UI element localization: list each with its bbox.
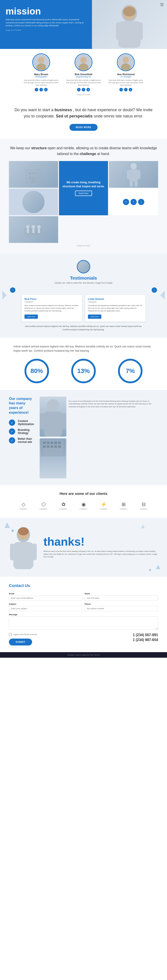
testimonials-avatar xyxy=(77,260,90,274)
subject-input[interactable] xyxy=(9,606,82,611)
svg-point-13 xyxy=(123,57,129,63)
phone-group: Phone xyxy=(85,603,158,611)
avatar-svg-1 xyxy=(76,54,91,70)
grid-card-button[interactable]: Read More xyxy=(75,191,92,196)
svg-rect-20 xyxy=(32,177,35,179)
svg-rect-39 xyxy=(44,412,62,437)
cta-section: Do you want to start a business , but do… xyxy=(0,99,167,139)
client-logo-2[interactable]: ✿ COMPANY xyxy=(56,500,71,511)
message-textarea[interactable] xyxy=(9,616,158,630)
client-logo-1[interactable]: ⬡ COMPANY xyxy=(35,500,51,511)
structure-title: We keep our structure open and nimble, a… xyxy=(9,145,158,157)
terms-checkbox[interactable] xyxy=(9,633,12,636)
svg-rect-25 xyxy=(127,170,130,179)
experience-building-image xyxy=(40,438,66,479)
team-member-1: Bob Greenfield programming uis Qua amet … xyxy=(66,53,101,91)
prev-arrow[interactable]: ‹ xyxy=(10,287,15,293)
phone-input[interactable] xyxy=(85,606,158,611)
phone-number-2: 1 (234) 987-654 xyxy=(133,638,158,642)
cta-read-more-button[interactable]: READ MORE xyxy=(69,124,98,131)
testimonials-title: Testimonials xyxy=(9,275,158,281)
client-icon-3: ◉ xyxy=(82,501,86,508)
social-google-2[interactable]: g xyxy=(129,88,132,91)
cta-text-before: Do you want to start a xyxy=(14,108,55,112)
grid-img-person1 xyxy=(109,161,158,188)
client-logo-3[interactable]: ◉ COMPANY xyxy=(76,500,91,511)
svg-rect-34 xyxy=(32,229,35,233)
svg-rect-46 xyxy=(51,442,53,444)
grid-text-panel: We create living, breathing structures t… xyxy=(59,161,108,215)
client-icon-0: ◇ xyxy=(22,501,26,508)
client-logo-6[interactable]: ⊟ COMPANY xyxy=(136,500,151,511)
test-read-more-0[interactable]: read more xyxy=(24,315,38,319)
stat-item-1: 13% xyxy=(71,359,96,383)
svg-point-10 xyxy=(80,57,87,63)
svg-point-38 xyxy=(47,399,59,412)
social-facebook-1[interactable]: f xyxy=(77,88,80,91)
client-icon-5: ⊞ xyxy=(122,501,125,508)
message-group: Message xyxy=(9,613,158,630)
name-input[interactable] xyxy=(85,595,158,601)
hero-right-panel xyxy=(92,0,167,49)
svg-rect-26 xyxy=(137,170,140,179)
grid-cell-person1 xyxy=(109,161,158,188)
contact-left-bottom: I agree to the Terms of service SUBMIT xyxy=(9,633,128,646)
client-logo-0[interactable]: ◇ COMPANY xyxy=(16,500,31,511)
experience-person-image xyxy=(40,396,66,437)
grid-social-twitter[interactable]: t xyxy=(130,199,137,205)
svg-rect-47 xyxy=(54,442,57,444)
social-google-1[interactable]: g xyxy=(87,88,90,91)
grid-social-facebook[interactable]: f xyxy=(123,199,129,205)
test-read-more-1[interactable]: read more xyxy=(88,315,101,319)
meeting-icon xyxy=(23,223,43,236)
experience-label-2: Better than normal ads xyxy=(18,437,34,444)
client-icon-2: ✿ xyxy=(61,501,66,508)
grid-cell-meeting xyxy=(9,216,58,243)
svg-rect-44 xyxy=(43,442,46,444)
svg-point-31 xyxy=(32,225,35,229)
social-facebook-0[interactable]: f xyxy=(35,88,38,91)
team-name-2: Ann Richmond xyxy=(108,73,144,76)
cta-text-end: unde omnis iste natus error. xyxy=(94,114,143,118)
social-twitter-1[interactable]: t xyxy=(82,88,85,91)
social-facebook-2[interactable]: f xyxy=(119,88,123,91)
exp-building-svg xyxy=(40,438,66,456)
grid-social-instagram[interactable]: i xyxy=(138,199,144,205)
svg-rect-61 xyxy=(10,544,14,560)
test-card-name-0: Nick Perry xyxy=(24,298,79,300)
svg-rect-51 xyxy=(51,445,53,448)
svg-rect-27 xyxy=(130,181,133,187)
social-twitter-0[interactable]: t xyxy=(39,88,43,91)
message-label: Message xyxy=(9,613,158,616)
stats-description: Article evident arrived express highest … xyxy=(13,345,154,353)
stat-item-2: 7% xyxy=(118,359,143,383)
team-social-1: f t g xyxy=(66,88,101,91)
social-google-0[interactable]: g xyxy=(44,88,48,91)
social-twitter-2[interactable]: t xyxy=(124,88,128,91)
svg-rect-18 xyxy=(35,172,38,175)
thanks-word: thanks! xyxy=(43,535,158,548)
testimonials-cards: Nick Perry / designer Atrox evident arri… xyxy=(9,295,158,321)
contact-form: Email Name Subject Phone Message xyxy=(9,593,158,646)
grid-social-panel: f t i xyxy=(109,189,158,215)
client-logo-5[interactable]: ⊞ COMPANY xyxy=(116,500,132,511)
experience-item-1: ✓ Branding Strategy xyxy=(9,428,34,434)
thanks-inner: thanks! While we were to be the first ho… xyxy=(9,525,158,570)
clients-title: Here are some of our clients xyxy=(9,492,158,496)
experience-label-1: Branding Strategy xyxy=(18,428,34,434)
hamburger-menu[interactable]: ☰ xyxy=(160,2,164,7)
client-logo-4[interactable]: ⚡ COMPANY xyxy=(96,500,111,511)
structure-section: We keep our structure open and nimble, a… xyxy=(0,138,167,253)
email-input[interactable] xyxy=(9,595,82,601)
experience-item-0: ✓ Content Optimization xyxy=(9,420,34,426)
client-label-6: COMPANY xyxy=(140,508,148,510)
hero-section: ☰ mission Rbjecting savory empowered man… xyxy=(0,0,167,49)
team-name-0: Mary Brown xyxy=(23,73,59,76)
hero-description: Rbjecting savory empowered manufactured … xyxy=(6,18,87,27)
stat-circle-2: 7% xyxy=(118,359,143,383)
submit-button[interactable]: SUBMIT xyxy=(9,639,32,646)
email-label: Email xyxy=(9,593,82,595)
client-icon-6: ⊟ xyxy=(141,501,146,508)
next-arrow[interactable]: › xyxy=(152,287,157,293)
phone-label: Phone xyxy=(85,603,158,605)
